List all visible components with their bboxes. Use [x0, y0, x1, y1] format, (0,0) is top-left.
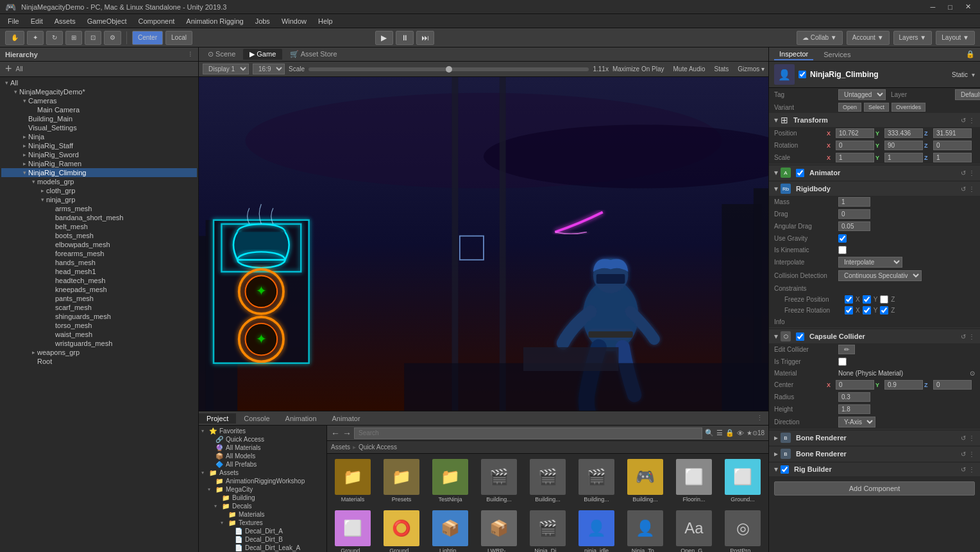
- scale-y-input[interactable]: [884, 153, 923, 162]
- asset-item-7[interactable]: ⬜Floorin...: [671, 456, 717, 505]
- cy-input[interactable]: [884, 380, 923, 390]
- eye-btn[interactable]: 👁: [737, 429, 744, 437]
- menu-file[interactable]: File: [3, 16, 24, 26]
- mute-audio-btn[interactable]: Mute Audio: [673, 65, 705, 73]
- scale-z-input[interactable]: [933, 153, 972, 162]
- is-kinematic-check[interactable]: [838, 246, 847, 254]
- ast-item-Textures[interactable]: ▾📁Textures: [200, 519, 325, 527]
- tool-rect[interactable]: ⊡: [85, 31, 101, 45]
- tab-animation[interactable]: Animation: [278, 413, 325, 424]
- tree-item-visual_settings[interactable]: Visual_Settings: [1, 123, 197, 132]
- tree-item-arms_mesh[interactable]: arms_mesh: [1, 204, 197, 213]
- filter-btn[interactable]: ☰: [716, 429, 723, 437]
- direction-select[interactable]: Y-Axis: [838, 417, 875, 427]
- interpolate-select[interactable]: Interpolate: [838, 257, 902, 268]
- tree-item-cameras[interactable]: ▾Cameras: [1, 96, 197, 105]
- collision-select[interactable]: Continuous Speculative: [838, 270, 922, 281]
- stats-btn[interactable]: Stats: [714, 65, 729, 73]
- tab-scene[interactable]: ⊙ Scene: [201, 49, 242, 60]
- ast-item-Decals[interactable]: ▾📁Decals: [200, 502, 325, 510]
- freeze-pos-z[interactable]: [880, 295, 888, 304]
- ast-item-All_Materials[interactable]: 🔮All Materials: [200, 444, 325, 452]
- add-component-btn[interactable]: Add Component: [774, 481, 975, 496]
- animator-enabled[interactable]: [796, 169, 804, 177]
- tool-hand[interactable]: ✋: [5, 31, 24, 45]
- tree-item-shinguards_mesh[interactable]: shinguards_mesh: [1, 312, 197, 321]
- ast-item-Decal_Dirt_B[interactable]: 📄Decal_Dirt_B: [200, 535, 325, 544]
- tag-select[interactable]: Untagged: [838, 89, 886, 100]
- asset-item-15[interactable]: 👤Ninja_To...: [622, 508, 668, 552]
- ast-back-btn[interactable]: ←: [331, 428, 340, 438]
- bone-renderer-2-header[interactable]: ▸ B Bone Renderer ↺ ⋮: [769, 447, 980, 461]
- rigidbody-edit-btn[interactable]: ↺: [961, 185, 966, 193]
- radius-input[interactable]: [838, 392, 870, 402]
- menu-component[interactable]: Component: [133, 16, 180, 26]
- pause-button[interactable]: ⏸: [396, 31, 414, 45]
- options-btn[interactable]: ★⊙18: [747, 429, 765, 436]
- cx-input[interactable]: [836, 380, 874, 390]
- static-dropdown[interactable]: ▾: [972, 71, 975, 78]
- tree-item-ninjarig_sword[interactable]: ▸NinjaRig_Sword: [1, 150, 197, 159]
- drag-input[interactable]: [838, 209, 870, 219]
- pos-z-input[interactable]: [933, 128, 972, 138]
- select-btn[interactable]: Select: [864, 103, 889, 112]
- rot-x-input[interactable]: [836, 141, 874, 150]
- tree-item-models_grp[interactable]: ▾models_grp: [1, 177, 197, 186]
- bone-renderer-1-header[interactable]: ▸ B Bone Renderer ↺ ⋮: [769, 431, 980, 445]
- ratio-select[interactable]: 16:9: [253, 64, 285, 74]
- tool-rotate[interactable]: ↻: [46, 31, 63, 45]
- gizmos-btn[interactable]: Gizmos ▾: [738, 65, 765, 73]
- menu-assets[interactable]: Assets: [49, 16, 81, 26]
- animator-edit-btn[interactable]: ↺: [961, 169, 966, 177]
- ast-item-Favorites[interactable]: ▾⭐Favorites: [200, 427, 325, 435]
- scale-x-input[interactable]: [836, 153, 874, 162]
- height-input[interactable]: [838, 404, 870, 414]
- hier-add-btn[interactable]: +: [3, 62, 15, 76]
- layout-btn[interactable]: Layout ▼: [936, 31, 975, 45]
- tab-game[interactable]: ▶ Game: [243, 49, 282, 60]
- ast-item-Decal_Dirt_A[interactable]: 📄Decal_Dirt_A: [200, 527, 325, 535]
- animator-options-btn[interactable]: ⋮: [968, 169, 975, 177]
- layer-select[interactable]: Default: [955, 89, 980, 100]
- asset-item-14[interactable]: 👤ninja_idle: [573, 508, 620, 552]
- br2-options-btn[interactable]: ⋮: [968, 451, 975, 458]
- animator-header[interactable]: ▾ A Animator ↺ ⋮: [769, 166, 980, 180]
- play-button[interactable]: ▶: [375, 31, 393, 45]
- tree-item-ninja[interactable]: ▸Ninja: [1, 132, 197, 141]
- ast-item-AnimationRiggingWorkshop[interactable]: 📁AnimationRiggingWorkshop: [200, 477, 325, 485]
- tree-item-belt_mesh[interactable]: belt_mesh: [1, 222, 197, 231]
- tree-item-forearms_mesh[interactable]: forearms_mesh: [1, 249, 197, 258]
- tree-item-maincamera[interactable]: Main Camera: [1, 105, 197, 114]
- tab-project[interactable]: Project: [199, 413, 236, 424]
- inspector-menu-btn[interactable]: 🔒: [966, 50, 975, 58]
- ast-item-Assets[interactable]: ▾📁Assets: [200, 469, 325, 477]
- layers-btn[interactable]: Layers ▼: [893, 31, 933, 45]
- tab-services[interactable]: Services: [818, 49, 856, 60]
- tree-item-root[interactable]: Root: [1, 357, 197, 366]
- tree-item-bandana_short_mesh[interactable]: bandana_short_mesh: [1, 213, 197, 222]
- hierarchy-menu-btn[interactable]: ⋮: [187, 51, 193, 58]
- tab-console[interactable]: Console: [236, 413, 277, 424]
- menu-jobs[interactable]: Jobs: [250, 16, 275, 26]
- transform-reset-btn[interactable]: ↺: [961, 117, 966, 124]
- overrides-btn[interactable]: Overrides: [891, 103, 925, 112]
- tree-item-scarf_mesh[interactable]: scarf_mesh: [1, 303, 197, 312]
- tree-item-ninja_grp[interactable]: ▾ninja_grp: [1, 195, 197, 204]
- breadcrumb-quickaccess[interactable]: Quick Access: [359, 444, 397, 451]
- use-gravity-check[interactable]: [838, 234, 847, 243]
- capsule-edit-btn[interactable]: ↺: [961, 333, 966, 340]
- rb-edit-btn[interactable]: ↺: [961, 466, 966, 473]
- tool-scale[interactable]: ⊞: [65, 31, 82, 45]
- tree-item-boots_mesh[interactable]: boots_mesh: [1, 231, 197, 240]
- angular-drag-input[interactable]: [838, 221, 870, 231]
- rigidbody-options-btn[interactable]: ⋮: [968, 185, 975, 193]
- display-select[interactable]: Display 1: [203, 64, 249, 74]
- asset-item-17[interactable]: ◎PostPro...: [720, 508, 766, 552]
- tree-item-ninjarig_ramen[interactable]: ▸NinjaRig_Ramen: [1, 159, 197, 168]
- tree-item-hands_mesh[interactable]: hands_mesh: [1, 258, 197, 267]
- tree-item-head_mesh1[interactable]: head_mesh1: [1, 267, 197, 276]
- menu-help[interactable]: Help: [313, 16, 338, 26]
- open-btn[interactable]: Open: [838, 103, 861, 112]
- tree-item-weapons_grp[interactable]: ▸weapons_grp: [1, 348, 197, 357]
- cz-input[interactable]: [933, 380, 972, 390]
